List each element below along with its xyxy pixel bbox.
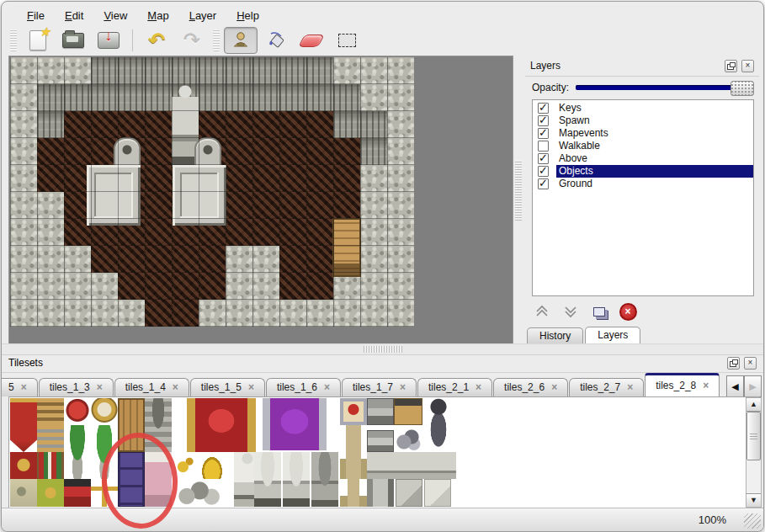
tile-gray-gate[interactable] bbox=[145, 398, 172, 452]
layer-row-spawn[interactable]: Spawn bbox=[533, 114, 753, 127]
scroll-down-arrow[interactable]: ▼ bbox=[746, 493, 761, 507]
scroll-tabs-left-button[interactable]: ◀ bbox=[726, 375, 744, 397]
tile-purple-throne[interactable] bbox=[263, 398, 327, 450]
tile-gold-scepter[interactable] bbox=[91, 479, 118, 507]
close-tab-icon[interactable]: × bbox=[173, 379, 178, 396]
menu-map[interactable]: Map bbox=[147, 9, 168, 22]
tile-palm-plant[interactable] bbox=[64, 425, 91, 479]
layer-visible-checkbox[interactable] bbox=[538, 153, 549, 164]
tile-stone-block-light[interactable] bbox=[424, 479, 451, 507]
layer-visible-checkbox[interactable] bbox=[538, 141, 549, 152]
scroll-up-arrow[interactable]: ▲ bbox=[746, 398, 761, 412]
delete-layer-button[interactable]: × bbox=[618, 301, 638, 322]
close-panel-icon[interactable]: × bbox=[741, 60, 754, 72]
toolbar-drag-handle[interactable] bbox=[10, 29, 17, 51]
menu-edit[interactable]: Edit bbox=[65, 9, 83, 22]
tile-banner-red-top[interactable] bbox=[10, 398, 37, 425]
undo-button[interactable]: ↶ bbox=[140, 27, 173, 54]
menu-help[interactable]: Help bbox=[236, 9, 259, 22]
tile-gold-amulet[interactable] bbox=[172, 452, 199, 479]
tile-loom-top[interactable] bbox=[37, 398, 64, 425]
tile-dragon-statue[interactable] bbox=[311, 452, 338, 507]
duplicate-layer-button[interactable] bbox=[589, 301, 609, 322]
layer-visible-checkbox[interactable] bbox=[538, 103, 549, 114]
layer-visible-checkbox[interactable] bbox=[538, 128, 549, 139]
tileset-tab-tiles_2_7[interactable]: tiles_2_7× bbox=[569, 378, 644, 396]
tileset-tab-5[interactable]: 5× bbox=[2, 378, 38, 396]
close-tab-icon[interactable]: × bbox=[475, 379, 481, 396]
tile-dark-stool[interactable] bbox=[64, 479, 91, 507]
platform-left[interactable] bbox=[87, 165, 141, 226]
resize-grip[interactable] bbox=[744, 513, 761, 529]
scroll-tabs-right-button[interactable]: ▶ bbox=[744, 375, 762, 397]
fill-tool-button[interactable] bbox=[259, 27, 293, 54]
tile-metal-drawer[interactable] bbox=[367, 398, 394, 425]
tile-gargoyle-statue-right[interactable] bbox=[283, 452, 310, 507]
tileset-tab-tiles_1_3[interactable]: tiles_1_3× bbox=[39, 378, 114, 396]
layer-row-keys[interactable]: Keys bbox=[533, 102, 753, 114]
opacity-slider-track[interactable] bbox=[576, 85, 754, 90]
tile-banner-green[interactable] bbox=[37, 479, 64, 507]
redo-button[interactable]: ↷ bbox=[175, 27, 209, 54]
new-file-button[interactable]: ★ bbox=[21, 27, 55, 54]
tileset-tab-tiles_2_6[interactable]: tiles_2_6× bbox=[493, 378, 568, 396]
menu-layer[interactable]: Layer bbox=[189, 9, 217, 22]
close-tab-icon[interactable]: × bbox=[627, 379, 633, 396]
tile-parchment[interactable] bbox=[10, 479, 37, 507]
float-panel-icon[interactable] bbox=[727, 357, 740, 370]
wooden-door[interactable] bbox=[332, 218, 361, 277]
layer-row-objects[interactable]: Objects bbox=[533, 165, 753, 178]
tile-armor-pile[interactable] bbox=[394, 427, 422, 452]
close-tab-icon[interactable]: × bbox=[21, 379, 27, 396]
tile-red-stool[interactable] bbox=[64, 398, 91, 425]
opacity-slider-handle[interactable] bbox=[730, 81, 754, 96]
tile-palette[interactable] bbox=[8, 396, 760, 508]
toolbar-drag-handle[interactable] bbox=[213, 29, 220, 51]
tile-vanity-mirror[interactable] bbox=[91, 398, 118, 425]
tile-pink-bed[interactable] bbox=[145, 452, 172, 507]
float-panel-icon[interactable] bbox=[725, 60, 737, 72]
move-layer-down-button[interactable] bbox=[560, 301, 581, 322]
map[interactable] bbox=[10, 57, 414, 327]
tile-red-throne[interactable] bbox=[187, 398, 256, 452]
close-tab-icon[interactable]: × bbox=[551, 379, 557, 396]
move-layer-up-button[interactable] bbox=[532, 301, 552, 322]
menu-view[interactable]: View bbox=[104, 9, 127, 22]
tile-small-obelisk[interactable] bbox=[340, 479, 367, 507]
close-tab-icon[interactable]: × bbox=[248, 379, 254, 396]
palette-scrollbar[interactable]: ▲ ▼ bbox=[746, 397, 762, 508]
close-panel-icon[interactable]: × bbox=[744, 357, 757, 370]
layer-visible-checkbox[interactable] bbox=[538, 178, 549, 189]
tab-layers[interactable]: Layers bbox=[585, 327, 640, 343]
tile-metal-drawer-small[interactable] bbox=[367, 430, 394, 452]
layer-row-mapevents[interactable]: Mapevents bbox=[533, 127, 753, 140]
platform-right[interactable] bbox=[173, 165, 226, 226]
tile-obelisk[interactable] bbox=[340, 425, 367, 479]
tile-stone-ledge[interactable] bbox=[367, 452, 456, 479]
tile-king-portrait[interactable] bbox=[340, 398, 367, 425]
tileset-tab-tiles_2_1[interactable]: tiles_2_1× bbox=[417, 378, 492, 396]
tile-stone-block-dark[interactable] bbox=[396, 479, 422, 507]
eraser-tool-button[interactable] bbox=[295, 27, 328, 54]
close-tab-icon[interactable]: × bbox=[400, 379, 406, 396]
layer-visible-checkbox[interactable] bbox=[538, 115, 549, 126]
tileset-tab-tiles_1_6[interactable]: tiles_1_6× bbox=[266, 378, 341, 396]
tab-history[interactable]: History bbox=[527, 327, 583, 343]
scrollbar-thumb[interactable] bbox=[746, 412, 761, 460]
tile-wooden-desk[interactable] bbox=[394, 398, 422, 425]
close-tab-icon[interactable]: × bbox=[324, 379, 330, 396]
tile-bookshelf[interactable] bbox=[37, 452, 64, 479]
opacity-slider[interactable] bbox=[576, 81, 754, 94]
stamp-tool-button[interactable] bbox=[224, 27, 258, 54]
map-canvas[interactable] bbox=[8, 56, 513, 344]
tile-loom-bottom[interactable] bbox=[37, 425, 64, 452]
tile-banner-red-crest[interactable] bbox=[10, 452, 37, 479]
tile-gold-pile[interactable] bbox=[199, 452, 226, 479]
close-tab-icon[interactable]: × bbox=[703, 377, 709, 395]
tile-purple-door[interactable] bbox=[118, 452, 145, 507]
tile-stone-pillar[interactable] bbox=[367, 479, 394, 507]
save-file-button[interactable]: ↓ bbox=[92, 27, 125, 54]
open-file-button[interactable] bbox=[56, 27, 90, 54]
tileset-tab-tiles_1_7[interactable]: tiles_1_7× bbox=[342, 378, 417, 396]
vertical-splitter[interactable] bbox=[513, 56, 524, 343]
